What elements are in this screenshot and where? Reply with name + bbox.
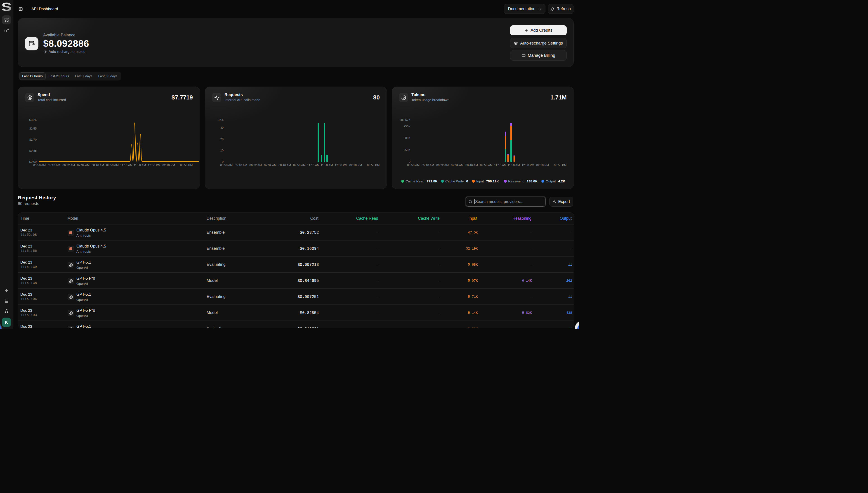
svg-text:S: S <box>2 2 11 11</box>
